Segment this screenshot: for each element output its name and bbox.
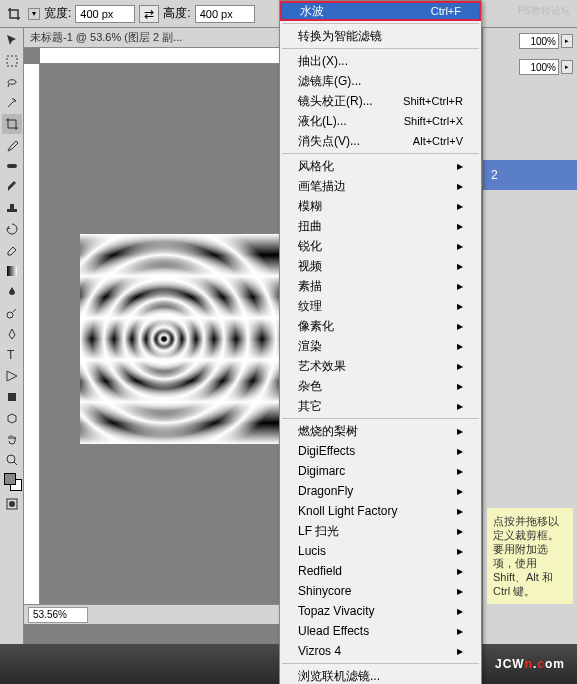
svg-rect-5 <box>8 393 16 401</box>
right-panel: ▸ ▸ 2 点按并拖移以定义裁剪框。要用附加选项，使用 Shift、Alt 和 … <box>482 28 577 644</box>
menu-item-submenu[interactable]: 风格化▶ <box>280 156 481 176</box>
menu-item-submenu[interactable]: Lucis▶ <box>280 541 481 561</box>
menu-item-submenu[interactable]: DragonFly▶ <box>280 481 481 501</box>
3d-tool-icon[interactable] <box>2 408 22 428</box>
menu-item[interactable]: 消失点(V)...Alt+Ctrl+V <box>280 131 481 151</box>
canvas-image <box>80 234 290 444</box>
menu-item[interactable]: 抽出(X)... <box>280 51 481 71</box>
svg-point-6 <box>7 455 15 463</box>
svg-rect-2 <box>7 266 17 276</box>
menu-item-submenu[interactable]: 素描▶ <box>280 276 481 296</box>
healing-tool-icon[interactable] <box>2 156 22 176</box>
height-input[interactable] <box>195 5 255 23</box>
opacity-input[interactable] <box>519 33 559 49</box>
lasso-tool-icon[interactable] <box>2 72 22 92</box>
menu-item-convert-smart[interactable]: 转换为智能滤镜 <box>280 26 481 46</box>
fill-input[interactable] <box>519 59 559 75</box>
menu-item-submenu[interactable]: LF 扫光▶ <box>280 521 481 541</box>
hint-text: 点按并拖移以定义裁剪框。要用附加选项，使用 Shift、Alt 和 Ctrl 键… <box>487 508 573 604</box>
blur-tool-icon[interactable] <box>2 282 22 302</box>
menu-item[interactable]: 滤镜库(G)... <box>280 71 481 91</box>
crop-tool-icon[interactable] <box>2 114 22 134</box>
menu-item-submenu[interactable]: 扭曲▶ <box>280 216 481 236</box>
vertical-ruler <box>24 64 40 604</box>
menu-item-submenu[interactable]: Ulead Effects▶ <box>280 621 481 641</box>
width-input[interactable] <box>75 5 135 23</box>
svg-point-3 <box>7 312 13 318</box>
menu-item-submenu[interactable]: 艺术效果▶ <box>280 356 481 376</box>
svg-point-8 <box>9 501 15 507</box>
menu-item-submenu[interactable]: 其它▶ <box>280 396 481 416</box>
color-swatch[interactable] <box>4 473 22 491</box>
crop-tool-icon <box>4 4 24 24</box>
menu-item-browse-online[interactable]: 浏览联机滤镜... <box>280 666 481 684</box>
eraser-tool-icon[interactable] <box>2 240 22 260</box>
menu-separator <box>282 48 479 49</box>
toolbox-primary: T <box>0 28 24 644</box>
marquee-tool-icon[interactable] <box>2 51 22 71</box>
menu-item-submenu[interactable]: Topaz Vivacity▶ <box>280 601 481 621</box>
menu-item-submenu[interactable]: Vizros 4▶ <box>280 641 481 661</box>
svg-rect-0 <box>7 56 17 66</box>
menu-separator <box>282 23 479 24</box>
dropdown-icon[interactable]: ▸ <box>561 34 573 48</box>
tool-preset-dropdown[interactable]: ▾ <box>28 8 40 20</box>
dropdown-icon[interactable]: ▸ <box>561 60 573 74</box>
type-tool-icon[interactable]: T <box>2 345 22 365</box>
history-brush-icon[interactable] <box>2 219 22 239</box>
zoom-input[interactable] <box>28 607 88 623</box>
menu-separator <box>282 418 479 419</box>
menu-item-submenu[interactable]: DigiEffects▶ <box>280 441 481 461</box>
pen-tool-icon[interactable] <box>2 324 22 344</box>
wand-tool-icon[interactable] <box>2 93 22 113</box>
swap-dimensions-button[interactable]: ⇄ <box>139 5 159 23</box>
watermark-text: PS教程论坛 <box>518 4 571 18</box>
menu-item-submenu[interactable]: Redfield▶ <box>280 561 481 581</box>
menu-separator <box>282 663 479 664</box>
eyedropper-tool-icon[interactable] <box>2 135 22 155</box>
ripple-effect <box>80 234 290 444</box>
menu-item-submenu[interactable]: 渲染▶ <box>280 336 481 356</box>
menu-item-submenu[interactable]: Digimarc▶ <box>280 461 481 481</box>
layer-row-selected[interactable]: 2 <box>483 160 577 190</box>
svg-text:T: T <box>7 348 15 362</box>
filter-menu: 水波Ctrl+F 转换为智能滤镜 抽出(X)...滤镜库(G)...镜头校正(R… <box>279 0 482 684</box>
move-tool-icon[interactable] <box>2 30 22 50</box>
menu-item-submenu[interactable]: 纹理▶ <box>280 296 481 316</box>
menu-item[interactable]: 镜头校正(R)...Shift+Ctrl+R <box>280 91 481 111</box>
menu-item-submenu[interactable]: 燃烧的梨树▶ <box>280 421 481 441</box>
menu-separator <box>282 153 479 154</box>
path-tool-icon[interactable] <box>2 366 22 386</box>
brush-tool-icon[interactable] <box>2 177 22 197</box>
width-label: 宽度: <box>44 5 71 22</box>
document-title: 未标题-1 @ 53.6% (图层 2 副... <box>30 30 182 45</box>
menu-item-submenu[interactable]: 视频▶ <box>280 256 481 276</box>
gradient-tool-icon[interactable] <box>2 261 22 281</box>
menu-item-submenu[interactable]: 锐化▶ <box>280 236 481 256</box>
menu-item-submenu[interactable]: 画笔描边▶ <box>280 176 481 196</box>
menu-item-submenu[interactable]: Knoll Light Factory▶ <box>280 501 481 521</box>
menu-item-last-filter[interactable]: 水波Ctrl+F <box>280 1 481 21</box>
dodge-tool-icon[interactable] <box>2 303 22 323</box>
menu-item-submenu[interactable]: 杂色▶ <box>280 376 481 396</box>
menu-item-submenu[interactable]: Shinycore▶ <box>280 581 481 601</box>
zoom-tool-icon[interactable] <box>2 450 22 470</box>
quickmask-icon[interactable] <box>2 494 22 514</box>
svg-rect-1 <box>7 164 17 168</box>
hand-tool-icon[interactable] <box>2 429 22 449</box>
menu-item-submenu[interactable]: 模糊▶ <box>280 196 481 216</box>
menu-item[interactable]: 液化(L)...Shift+Ctrl+X <box>280 111 481 131</box>
shape-tool-icon[interactable] <box>2 387 22 407</box>
stamp-tool-icon[interactable] <box>2 198 22 218</box>
height-label: 高度: <box>163 5 190 22</box>
menu-item-submenu[interactable]: 像素化▶ <box>280 316 481 336</box>
